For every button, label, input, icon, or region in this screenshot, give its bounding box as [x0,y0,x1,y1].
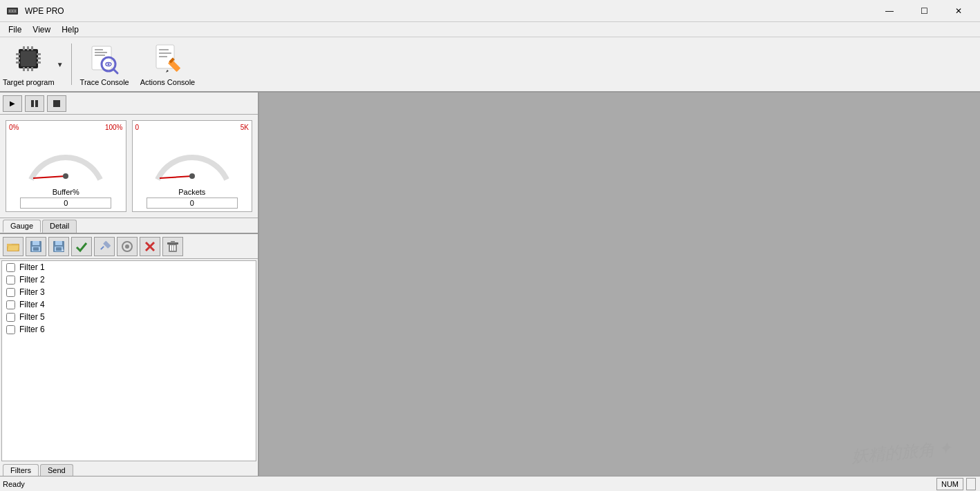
filter-4-checkbox[interactable] [6,300,15,309]
actions-console-button[interactable]: Actions Console [135,39,201,89]
filter-send-tabs: Filters Send [0,463,258,476]
svg-point-4 [15,10,16,12]
tab-gauge[interactable]: Gauge [3,220,41,233]
filter-5-checkbox[interactable] [6,313,15,322]
toolbar: Target program ▼ Trace Console [0,37,980,93]
close-button[interactable]: ✕ [943,0,974,22]
trace-console-button[interactable]: Trace Console [75,39,135,89]
delete-filter-button[interactable] [140,237,160,256]
packets-gauge: 0 5K Packets 0 [132,120,253,212]
svg-rect-65 [174,245,176,251]
play-button[interactable]: ▶ [3,95,22,112]
tab-send[interactable]: Send [40,464,73,476]
tab-filters[interactable]: Filters [3,464,39,476]
save-filter-button[interactable] [26,237,46,256]
svg-rect-37 [53,100,60,107]
num-lock-indicator: NUM [936,478,963,490]
status-text: Ready [3,480,936,488]
main-content: ▶ 0% 100% [0,93,980,476]
filter-6-checkbox[interactable] [6,325,15,334]
left-panel: ▶ 0% 100% [0,93,259,476]
svg-rect-22 [95,55,105,56]
actions-console-label: Actions Console [140,78,196,86]
svg-rect-21 [95,52,107,53]
pause-button[interactable] [25,95,44,112]
svg-rect-15 [16,61,20,64]
app-title: WPE PRO [25,6,874,16]
svg-line-38 [33,176,66,178]
filter-5-label: Filter 5 [19,312,45,322]
tab-detail[interactable]: Detail [42,220,77,233]
svg-rect-17 [37,57,41,59]
packets-gauge-labels: 0 5K [135,124,249,131]
target-program-label: Target program [3,78,55,86]
app-icon [6,4,19,18]
restore-button[interactable]: ☐ [908,0,940,22]
filter-2-checkbox[interactable] [6,276,15,285]
svg-rect-35 [31,100,34,107]
trash-filter-button[interactable] [162,237,183,256]
svg-point-3 [12,10,13,12]
filter-1-checkbox[interactable] [6,263,15,272]
dropdown-arrow-icon[interactable]: ▼ [55,48,66,81]
filter-item-2[interactable]: Filter 2 [2,273,256,286]
filter-item-3[interactable]: Filter 3 [2,286,256,298]
svg-point-59 [125,244,129,249]
svg-rect-53 [56,247,62,251]
title-bar: WPE PRO — ☐ ✕ [0,0,980,22]
svg-line-40 [160,176,192,178]
target-program-icon [12,42,45,75]
svg-rect-10 [23,67,25,71]
status-bar: Ready NUM [0,476,980,491]
svg-point-26 [108,64,110,66]
filter-item-6[interactable]: Filter 6 [2,323,256,336]
status-right: NUM [936,478,977,490]
menu-file[interactable]: File [3,23,27,36]
toggle-filter-button[interactable] [117,237,138,256]
filter-toolbar: + [0,234,258,259]
filter-item-4[interactable]: Filter 4 [2,298,256,311]
svg-marker-33 [166,70,169,73]
packets-gauge-svg [147,131,237,186]
filter-3-checkbox[interactable] [6,288,15,297]
svg-rect-36 [35,100,38,107]
svg-rect-7 [23,46,25,50]
stop-button[interactable] [47,95,66,112]
svg-rect-67 [171,241,175,243]
menu-view[interactable]: View [27,23,56,36]
filter-item-1[interactable]: Filter 1 [2,261,256,273]
caps-lock-indicator [966,478,976,490]
svg-rect-8 [27,46,29,50]
svg-rect-18 [37,61,41,64]
svg-rect-6 [21,51,36,66]
menu-help[interactable]: Help [56,23,84,36]
save-as-filter-button[interactable]: + [48,237,69,256]
filter-list[interactable]: Filter 1 Filter 2 Filter 3 Filter 4 Filt… [1,260,256,461]
svg-rect-14 [16,57,20,59]
trace-console-label: Trace Console [80,78,129,86]
svg-rect-31 [159,56,167,57]
target-program-button[interactable]: Target program ▼ [0,39,68,89]
gauge-detail-tabs: Gauge Detail [0,218,258,234]
svg-rect-57 [103,240,111,248]
svg-rect-13 [16,53,20,55]
svg-marker-56 [99,251,100,252]
svg-point-2 [9,10,10,12]
filter-item-5[interactable]: Filter 5 [2,311,256,323]
svg-rect-12 [31,67,33,71]
trace-console-icon [88,42,121,75]
open-filter-button[interactable] [3,237,23,256]
buffer-gauge: 0% 100% Buffer% 0 [6,120,126,212]
filter-6-label: Filter 6 [19,325,45,334]
buffer-min-label: 0% [9,124,19,131]
svg-rect-49 [33,247,39,251]
edit-filter-button[interactable] [94,237,115,256]
watermark: 妖精的旅角 ✦ [851,437,953,468]
toolbar-separator-1 [71,44,72,85]
svg-rect-9 [31,46,33,50]
svg-line-27 [113,69,117,73]
minimize-button[interactable]: — [874,0,905,22]
apply-filter-button[interactable] [71,237,92,256]
filter-1-label: Filter 1 [19,262,45,272]
packets-max-label: 5K [241,124,249,131]
